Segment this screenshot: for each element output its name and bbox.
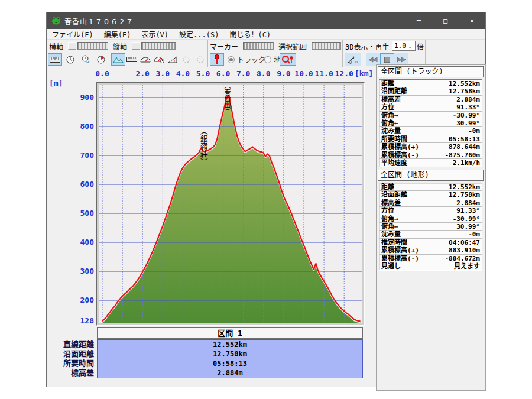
ruler-icon[interactable]: [48, 53, 62, 66]
pie-timer-icon[interactable]: [94, 53, 108, 66]
x-tick-label: 9.0: [273, 69, 294, 78]
section-row-label: 標高差: [49, 368, 94, 378]
haxis-reset-button[interactable]: [68, 42, 76, 50]
x-axis-unit: [km]: [355, 69, 373, 78]
stats-table: 距離12.552km沿面距離12.758km標高差2.884m方位91.33°俯…: [379, 79, 482, 167]
x-tick-label: 5.0: [193, 69, 214, 78]
selection-slider[interactable]: [312, 42, 341, 50]
panel-title: 全区間 (地形): [378, 170, 484, 181]
walk-dotted-icon-1[interactable]: 1: [179, 53, 193, 66]
slope-angle-icon[interactable]: [166, 53, 180, 66]
stat-label: 方位: [381, 103, 394, 111]
stat-label: 標高差: [381, 96, 401, 103]
stat-value: 883.910m: [449, 246, 480, 254]
stats-panel-container: 全区間 (トラック)距離12.552km沿面距離12.758km標高差2.884…: [376, 64, 486, 391]
stat-label: 所要時間: [381, 135, 407, 142]
radio-track[interactable]: トラック: [228, 54, 265, 64]
table-row: 距離12.552km: [379, 183, 482, 191]
table-row: 沈み量-0m: [379, 231, 482, 238]
stat-value: 12.552km: [449, 183, 480, 190]
y-tick-label: 500: [67, 209, 94, 218]
selection-range-icon[interactable]: [280, 53, 296, 66]
stat-value: 04:06:47: [449, 239, 480, 246]
stat-label: 俯角←: [381, 119, 398, 126]
stat-value: -0m: [468, 231, 480, 238]
radio-dot-icon: [228, 56, 235, 63]
elevation-chart-svg[interactable]: [99, 85, 362, 323]
table-row: 累積標高(+)883.910m: [379, 246, 482, 254]
marker-label: マーカー: [210, 41, 238, 51]
x-tick-label: 2.0: [132, 69, 153, 78]
x-tick-label: 12.0: [333, 69, 355, 78]
y-tick-label: 300: [67, 267, 94, 275]
marker-slider[interactable]: [243, 42, 274, 50]
stat-value: 12.552km: [449, 80, 480, 87]
elevation-chart[interactable]: （春香山）（銀嶺荘）: [99, 85, 362, 323]
table-row: 推定時間04:06:47: [379, 239, 482, 246]
haxis-zoom-slider[interactable]: [77, 42, 108, 50]
maximize-icon[interactable]: □: [432, 12, 459, 29]
stat-label: 標高差: [381, 199, 401, 206]
toolbar-separator: [207, 40, 208, 67]
svg-text:123: 123: [85, 60, 90, 64]
stat-value: 91.33°: [456, 207, 480, 214]
rewind-icon[interactable]: [366, 53, 380, 66]
stat-value: 2.884m: [456, 199, 480, 206]
app-icon: [51, 16, 61, 25]
desktop: 春香山１７０６２７ ─ □ ✕ ファイル(F)編集(E)表示(V)設定...(S…: [0, 0, 532, 399]
stat-label: 距離: [381, 183, 394, 190]
y-tick-label: 700: [67, 151, 94, 160]
clock-numbers-icon[interactable]: 123: [79, 53, 93, 66]
table-row: 俯角→-30.99°: [379, 112, 482, 119]
stat-label: 沿面距離: [381, 87, 407, 95]
stat-label: 方位: [381, 207, 394, 214]
marker-pin-icon[interactable]: [210, 53, 224, 66]
stat-label: 累積標高(-): [381, 255, 419, 262]
table-row: 累積標高(+)878.644m: [379, 143, 482, 151]
y-tick-label: 128: [67, 316, 94, 325]
menu-item-1[interactable]: ファイル(F): [47, 29, 99, 39]
chevron-down-icon: ⌄: [408, 43, 415, 49]
minimize-icon[interactable]: ─: [406, 12, 432, 29]
menu-item-5[interactable]: 閉じる！(C): [224, 29, 276, 39]
section-row-label: 直線距離: [49, 340, 94, 349]
vaxis-zoom-slider[interactable]: [141, 42, 176, 50]
3d-pin-icon[interactable]: 3D: [345, 53, 361, 66]
title-bar[interactable]: 春香山１７０６２７ ─ □ ✕: [47, 12, 485, 29]
stat-label: 沿面距離: [381, 191, 407, 198]
section-value: 2.884m: [98, 368, 362, 378]
mountain-icon[interactable]: [111, 53, 125, 66]
stat-label: 沈み量: [381, 127, 401, 134]
speed-gauge-icon[interactable]: [138, 53, 153, 66]
svg-text:3D: 3D: [354, 60, 358, 64]
x-tick-label: 4.0: [172, 69, 193, 78]
y-tick-label: 800: [67, 122, 94, 131]
clock-icon[interactable]: [63, 53, 77, 66]
menu-item-4[interactable]: 設定...(S): [174, 29, 224, 39]
stat-value: 2.1km/h: [453, 159, 480, 167]
table-row: 標高差2.884m: [379, 199, 482, 207]
scale-unit-label: 倍: [417, 41, 424, 51]
menu-item-2[interactable]: 編集(E): [99, 29, 137, 39]
forward-icon[interactable]: [394, 53, 408, 66]
section-row-label: 所要時間: [49, 359, 94, 368]
haxis-label: 横軸: [49, 41, 63, 51]
close-icon[interactable]: ✕: [459, 12, 485, 29]
toolbar-separator: [425, 40, 426, 67]
table-row: 見通し見えます: [379, 262, 482, 270]
menu-item-3[interactable]: 表示(V): [136, 29, 174, 39]
walk-dotted-icon-2[interactable]: 2: [193, 53, 207, 66]
stat-label: 平均速度: [381, 159, 407, 167]
stat-value: 91.33°: [456, 103, 480, 111]
vaxis-reset-button[interactable]: [132, 42, 140, 50]
x-tick-label: 10.0: [293, 69, 314, 78]
stat-value: -30.99°: [453, 112, 480, 119]
stop-icon[interactable]: [380, 53, 394, 66]
speed-gauge-clock-icon[interactable]: [152, 53, 166, 66]
radio-dot-icon: [264, 56, 271, 63]
stats-table: 距離12.552km沿面距離12.758km標高差2.884m方位91.33°俯…: [379, 183, 482, 271]
toolbar: 横軸 縦軸 マーカー 選択範囲 3D表示・再生 1.0 ⌄ 倍: [47, 40, 485, 67]
ruler2-icon[interactable]: [125, 53, 139, 66]
playback-speed-select[interactable]: 1.0 ⌄: [392, 41, 416, 51]
table-row: 距離12.552km: [379, 80, 482, 87]
